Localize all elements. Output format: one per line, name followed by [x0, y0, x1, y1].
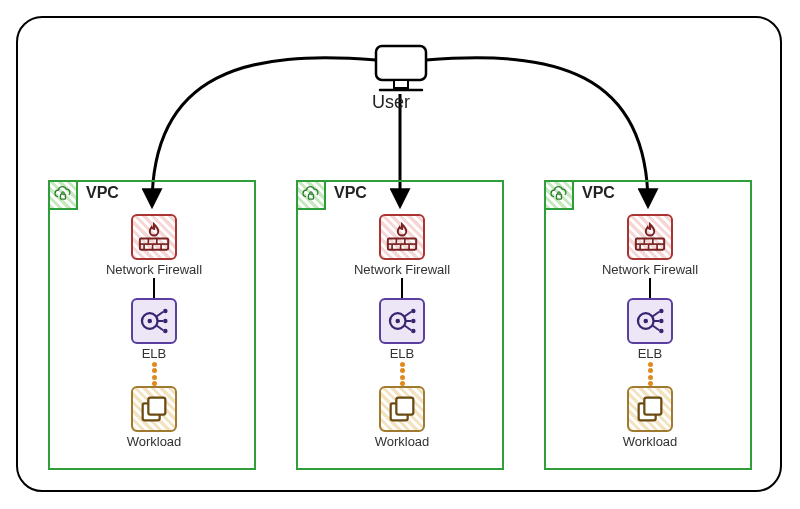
svg-point-31	[411, 309, 416, 314]
workload-label: Workload	[332, 434, 472, 449]
vpc-container-1: VPC Network Firewall ELB Workload	[48, 180, 256, 470]
workload-label: Workload	[84, 434, 224, 449]
elb-node	[379, 298, 425, 344]
svg-rect-3	[61, 194, 66, 199]
svg-rect-38	[396, 398, 413, 415]
network-firewall-node	[627, 214, 673, 260]
svg-line-52	[652, 312, 659, 317]
workload-node	[131, 386, 177, 432]
user-label: User	[372, 92, 410, 113]
svg-point-48	[643, 319, 648, 324]
elb-node	[131, 298, 177, 344]
network-firewall-label: Network Firewall	[332, 262, 472, 277]
svg-point-15	[163, 329, 168, 334]
connector-elb-workload	[399, 362, 405, 386]
workload-label: Workload	[580, 434, 720, 449]
vpc-title: VPC	[582, 184, 615, 202]
vpc-badge-icon	[544, 180, 574, 210]
network-firewall-label: Network Firewall	[580, 262, 720, 277]
diagram-canvas: User VPC Network Firewall ELB Workload V…	[0, 0, 800, 509]
connector-firewall-elb	[153, 278, 155, 298]
svg-rect-56	[644, 398, 661, 415]
vpc-badge-icon	[296, 180, 326, 210]
vpc-title: VPC	[334, 184, 367, 202]
svg-rect-21	[309, 194, 314, 199]
workload-node	[627, 386, 673, 432]
vpc-badge-icon	[48, 180, 78, 210]
connector-firewall-elb	[649, 278, 651, 298]
vpc-container-3: VPC Network Firewall ELB Workload	[544, 180, 752, 470]
network-firewall-node	[131, 214, 177, 260]
connector-elb-workload	[647, 362, 653, 386]
svg-point-51	[659, 329, 664, 334]
svg-line-54	[652, 325, 659, 330]
network-firewall-label: Network Firewall	[84, 262, 224, 277]
svg-point-33	[411, 329, 416, 334]
svg-point-13	[163, 309, 168, 314]
svg-rect-39	[557, 194, 562, 199]
svg-line-16	[156, 312, 163, 317]
elb-label: ELB	[580, 346, 720, 361]
svg-point-30	[395, 319, 400, 324]
svg-point-32	[411, 319, 416, 324]
svg-point-49	[659, 309, 664, 314]
connector-elb-workload	[151, 362, 157, 386]
workload-node	[379, 386, 425, 432]
svg-rect-20	[148, 398, 165, 415]
svg-point-12	[147, 319, 152, 324]
connector-firewall-elb	[401, 278, 403, 298]
network-firewall-node	[379, 214, 425, 260]
elb-node	[627, 298, 673, 344]
elb-label: ELB	[332, 346, 472, 361]
vpc-title: VPC	[86, 184, 119, 202]
svg-line-34	[404, 312, 411, 317]
svg-point-14	[163, 319, 168, 324]
svg-point-50	[659, 319, 664, 324]
svg-line-18	[156, 325, 163, 330]
svg-line-36	[404, 325, 411, 330]
vpc-container-2: VPC Network Firewall ELB Workload	[296, 180, 504, 470]
elb-label: ELB	[84, 346, 224, 361]
